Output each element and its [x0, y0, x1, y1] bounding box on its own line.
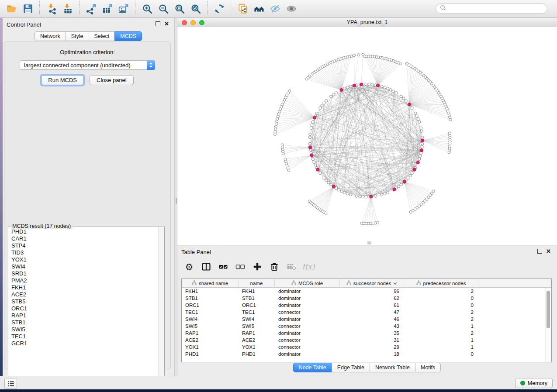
hide-selected-button[interactable] [267, 1, 283, 16]
gear-button[interactable]: ⚙ [182, 260, 197, 274]
control-panel: Control Panel ✕ NetworkStyleSelectMCDS O… [3, 18, 175, 376]
memory-button[interactable]: Memory [515, 378, 553, 388]
table-row[interactable]: FKH1FKH1dominator962 [182, 288, 551, 295]
table-cell: dominator [275, 303, 340, 308]
float-table-panel-icon[interactable] [537, 249, 542, 254]
table-cell: 2 [404, 330, 478, 336]
close-table-panel-icon[interactable]: ✕ [546, 249, 551, 254]
network-window-titlebar[interactable]: YPA_prune.txt_1 [177, 18, 557, 28]
zoom-selected-button[interactable] [187, 1, 204, 16]
close-panel-icon[interactable]: ✕ [164, 21, 169, 26]
run-mcds-button[interactable]: Run MCDS [41, 75, 84, 85]
import-table-icon [62, 3, 73, 14]
table-cell: 61 [340, 303, 404, 308]
mcds-result-item[interactable]: SWI4 [9, 263, 158, 270]
export-table-icon [102, 3, 113, 14]
window-maximize-button[interactable] [199, 20, 204, 25]
column-header-successor-nodes[interactable]: successor nodes [340, 279, 404, 287]
export-image-button[interactable] [115, 1, 131, 16]
table-row[interactable]: SWI5SWI5connector431 [182, 323, 551, 330]
task-history-button[interactable] [4, 378, 17, 389]
import-table-button[interactable] [59, 1, 76, 16]
zoom-fit-button[interactable] [171, 1, 187, 16]
table-row[interactable]: TEC1TEC1connector472 [182, 309, 551, 316]
column-header-MCDS-role[interactable]: MCDS role [275, 279, 340, 287]
list-icon [7, 380, 15, 388]
refresh-button[interactable] [211, 1, 227, 16]
window-minimize-button[interactable] [190, 20, 196, 25]
float-panel-icon[interactable] [156, 21, 160, 26]
mcds-result-item[interactable]: STP4 [9, 242, 158, 249]
export-image-icon [118, 3, 129, 14]
mcds-result-item[interactable]: TID3 [9, 249, 158, 256]
function-builder-icon: f(x) [302, 262, 315, 271]
select-all-button[interactable] [216, 260, 231, 274]
copy-network-button[interactable] [235, 1, 251, 16]
open-file-button[interactable] [3, 1, 20, 16]
tab-node-table[interactable]: Node Table [293, 363, 332, 372]
table-row[interactable]: STB1STB1dominator620 [182, 295, 551, 302]
mcds-result-list[interactable]: PHD1CAR1STP4TID3YOX1SWI4SRD1PMA2FKH1ACE2… [9, 228, 158, 388]
splitter-handle[interactable] [176, 198, 177, 204]
table-row[interactable]: ACE2ACE2connector311 [182, 337, 551, 344]
mcds-result-item[interactable]: TEC1 [9, 333, 158, 340]
tab-motifs[interactable]: Motifs [415, 363, 441, 372]
table-cell: 1 [404, 344, 478, 350]
import-network-button[interactable] [43, 1, 59, 16]
window-close-button[interactable] [182, 20, 187, 25]
save-session-button[interactable] [20, 1, 36, 16]
table-row[interactable]: ORC1ORC1dominator610 [182, 302, 551, 309]
mcds-result-item[interactable]: GCR1 [9, 340, 158, 347]
mcds-result-item[interactable]: PMA2 [9, 277, 158, 284]
table-row[interactable]: YOX1YOX1connector291 [182, 344, 551, 351]
tab-edge-table[interactable]: Edge Table [332, 363, 370, 372]
tab-select[interactable]: Select [89, 31, 115, 41]
mcds-result-item[interactable]: FKH1 [9, 284, 158, 291]
network-graph[interactable] [177, 27, 557, 245]
first-neighbors-button[interactable] [251, 1, 267, 16]
column-header-shared-name[interactable]: shared name [182, 279, 239, 287]
export-table-button[interactable] [99, 1, 115, 16]
deselect-all-button[interactable] [233, 260, 248, 274]
export-network-button[interactable] [83, 1, 99, 16]
table-cell: dominator [275, 296, 340, 301]
canvas-splitter-handle[interactable] [367, 241, 371, 244]
mcds-result-item[interactable]: ACE2 [9, 291, 158, 298]
network-canvas[interactable] [177, 27, 557, 245]
table-scrollbar-thumb[interactable] [547, 291, 550, 328]
mcds-result-item[interactable]: YOX1 [9, 256, 158, 263]
column-header-predecessor-nodes[interactable]: predecessor nodes [404, 279, 478, 287]
show-all-button[interactable] [283, 1, 299, 16]
tab-mcds[interactable]: MCDS [114, 31, 142, 41]
tab-style[interactable]: Style [66, 31, 89, 41]
trash-button[interactable] [267, 260, 282, 274]
table-row[interactable]: RAP1RAP1dominator352 [182, 330, 551, 337]
search-input[interactable] [448, 5, 547, 12]
column-header-name[interactable]: name [239, 279, 275, 287]
zoom-in-button[interactable] [139, 1, 155, 16]
search-box[interactable] [436, 3, 547, 14]
mcds-result-item[interactable]: SWI5 [9, 326, 158, 333]
table-row[interactable]: SWI4SWI4dominator462 [182, 316, 551, 323]
tab-network[interactable]: Network [35, 31, 66, 41]
zoom-out-button[interactable] [155, 1, 171, 16]
close-panel-button[interactable]: Close panel [90, 75, 134, 85]
node-table[interactable]: shared namenameMCDS rolesuccessor nodesp… [181, 279, 552, 362]
mcds-result-item[interactable]: PHD1 [9, 228, 158, 235]
mcds-result-item[interactable]: STB5 [9, 298, 158, 305]
table-cell: dominator [275, 289, 340, 294]
split-button[interactable] [199, 260, 214, 274]
criterion-dropdown[interactable]: largest connected component (undirected) [20, 60, 155, 70]
table-row[interactable]: PHD1PHD1dominator180 [182, 351, 551, 358]
mcds-result-item[interactable]: SRD1 [9, 270, 158, 277]
table-cell: YOX1 [239, 344, 275, 350]
table-scrollbar[interactable] [545, 288, 551, 362]
zoom-in-icon [142, 3, 153, 14]
mcds-result-item[interactable]: CAR1 [9, 235, 158, 242]
result-list-scrollbar[interactable] [158, 227, 164, 389]
mcds-result-item[interactable]: STB1 [9, 319, 158, 326]
mcds-result-item[interactable]: ORC1 [9, 305, 158, 312]
add-button[interactable] [250, 260, 265, 274]
mcds-result-item[interactable]: RAP1 [9, 312, 158, 319]
tab-network-table[interactable]: Network Table [370, 363, 415, 372]
